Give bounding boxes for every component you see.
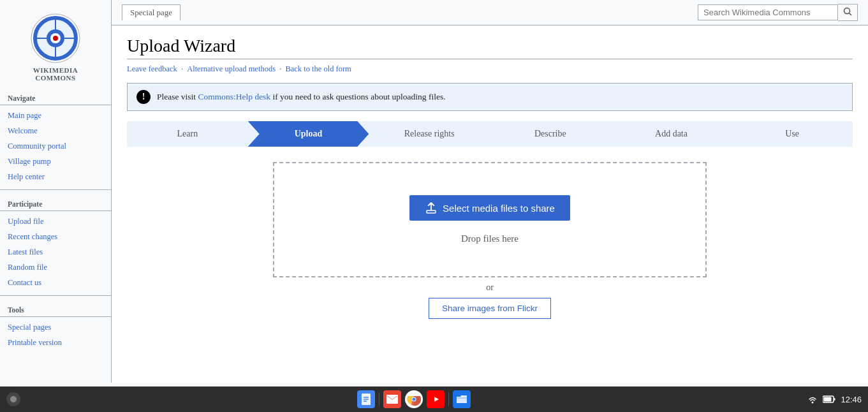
logo-area: WIKIMEDIA COMMONS (0, 6, 111, 89)
svg-point-4 (53, 36, 58, 41)
upload-icon (425, 202, 438, 214)
search-button[interactable] (838, 4, 858, 21)
drop-zone[interactable]: Select media files to share Drop files h… (273, 162, 707, 277)
sidebar-item-printable-version[interactable]: Printable version (0, 335, 111, 350)
sidebar-item-main-page[interactable]: Main page (0, 108, 111, 123)
top-bar: Special page (112, 0, 868, 26)
flickr-button[interactable]: Share images from Flickr (429, 298, 551, 319)
info-icon: ! (136, 90, 151, 104)
participate-section-title: Participate (0, 195, 111, 211)
search-bar (698, 4, 858, 21)
main-content: Special page Upload Wizard Leave feedbac… (112, 0, 868, 383)
sidebar-item-random-file[interactable]: Random file (0, 260, 111, 275)
step-release-rights[interactable]: Release rights (369, 121, 490, 147)
special-page-tab: Special page (122, 4, 180, 20)
svg-line-10 (850, 13, 852, 16)
alternative-upload-link[interactable]: Alternative upload methods (187, 64, 276, 73)
svg-point-9 (844, 8, 850, 14)
search-icon (843, 7, 852, 16)
step-add-data[interactable]: Add data (611, 121, 732, 147)
upload-container: Select media files to share Drop files h… (127, 162, 853, 319)
notice-box: ! Please visit Commons:Help desk if you … (127, 83, 853, 111)
sidebar: WIKIMEDIA COMMONS Navigate Main page Wel… (0, 0, 112, 383)
notice-text: Please visit Commons:Help desk if you ne… (157, 92, 446, 102)
wikimedia-logo (30, 13, 81, 64)
sidebar-item-contact-us[interactable]: Contact us (0, 275, 111, 290)
sidebar-item-upload-file[interactable]: Upload file (0, 214, 111, 229)
sidebar-item-help-center[interactable]: Help center (0, 169, 111, 184)
logo-text: WIKIMEDIA COMMONS (33, 66, 78, 82)
select-media-button[interactable]: Select media files to share (409, 195, 570, 221)
step-upload[interactable]: Upload (248, 121, 369, 147)
sidebar-item-community-portal[interactable]: Community portal (0, 138, 111, 154)
step-describe[interactable]: Describe (490, 121, 611, 147)
tools-section-title: Tools (0, 301, 111, 317)
step-use[interactable]: Use (732, 121, 853, 147)
help-desk-link[interactable]: Commons:Help desk (198, 92, 271, 101)
drop-files-text: Drop files here (461, 233, 519, 244)
navigate-section-title: Navigate (0, 89, 111, 105)
back-to-old-form-link[interactable]: Back to the old form (285, 64, 351, 73)
step-learn[interactable]: Learn (127, 121, 248, 147)
page-title: Upload Wizard (127, 36, 853, 59)
sidebar-item-latest-files[interactable]: Latest files (0, 244, 111, 260)
sidebar-item-village-pump[interactable]: Village pump (0, 154, 111, 169)
sidebar-item-recent-changes[interactable]: Recent changes (0, 229, 111, 244)
content-area: Upload Wizard Leave feedback · Alternati… (112, 26, 868, 329)
sidebar-item-special-pages[interactable]: Special pages (0, 320, 111, 335)
steps-bar: Learn Upload Release rights Describe Add… (127, 121, 853, 147)
svg-rect-11 (427, 210, 436, 213)
sidebar-item-welcome[interactable]: Welcome (0, 123, 111, 138)
sub-links: Leave feedback · Alternative upload meth… (127, 64, 853, 74)
or-separator: or (486, 283, 494, 293)
search-input[interactable] (698, 4, 838, 20)
leave-feedback-link[interactable]: Leave feedback (127, 64, 177, 73)
